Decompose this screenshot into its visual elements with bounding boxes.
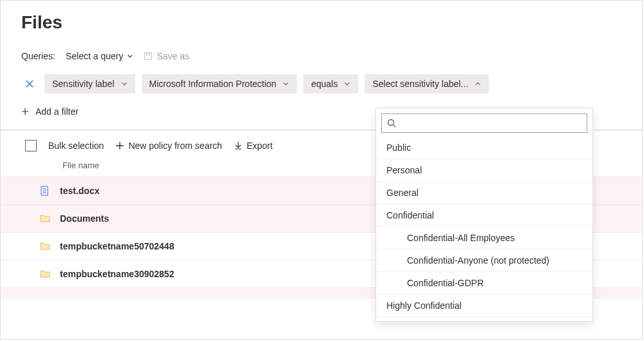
new-policy-button[interactable]: New policy from search xyxy=(115,141,222,151)
dropdown-item-public[interactable]: Public xyxy=(376,137,592,159)
folder-icon xyxy=(39,268,51,280)
close-icon xyxy=(25,79,34,88)
add-filter-label: Add a filter xyxy=(35,106,79,117)
dropdown-item-highly-confidential-all[interactable]: Highly Confidential-All Employees xyxy=(376,317,592,321)
dropdown-item-confidential-gdpr[interactable]: Confidential-GDPR xyxy=(376,272,592,295)
bulk-selection-label: Bulk selection xyxy=(48,141,104,151)
file-name: test.docx xyxy=(60,186,99,196)
save-icon xyxy=(144,52,153,61)
select-query-label: Select a query xyxy=(66,51,124,61)
bulk-selection-button[interactable]: Bulk selection xyxy=(48,141,104,151)
export-button[interactable]: Export xyxy=(234,141,272,151)
folder-icon xyxy=(39,213,51,224)
select-all-checkbox[interactable] xyxy=(25,140,37,151)
svg-point-6 xyxy=(388,120,394,126)
chevron-up-icon xyxy=(475,81,481,87)
dropdown-search-input[interactable] xyxy=(401,117,582,129)
filters-row: Sensitivity label Microsoft Information … xyxy=(21,74,621,93)
plus-icon xyxy=(21,108,29,115)
dropdown-search[interactable] xyxy=(381,113,587,133)
select-query-dropdown[interactable]: Select a query xyxy=(66,51,134,61)
dropdown-item-highly-confidential[interactable]: Highly Confidential xyxy=(376,295,592,317)
chevron-down-icon xyxy=(127,53,133,59)
download-icon xyxy=(234,141,243,150)
export-label: Export xyxy=(247,141,272,151)
chevron-down-icon xyxy=(121,81,128,87)
search-icon xyxy=(387,119,396,128)
svg-rect-0 xyxy=(145,53,152,60)
save-as-button: Save as xyxy=(144,51,189,61)
filter-provider-label: Microsoft Information Protection xyxy=(149,79,277,89)
file-name: tempbucketname30902852 xyxy=(60,269,174,279)
filter-operator-label: equals xyxy=(311,79,337,89)
plus-icon xyxy=(115,141,124,150)
sensitivity-label-dropdown: Public Personal General Confidential Con… xyxy=(375,108,593,322)
filter-field-label: Sensitivity label xyxy=(52,79,115,89)
queries-label: Queries: xyxy=(21,51,55,61)
folder-icon xyxy=(39,240,51,252)
file-name: tempbucketname50702448 xyxy=(60,241,174,251)
dropdown-item-confidential-anyone[interactable]: Confidential-Anyone (not protected) xyxy=(376,249,592,272)
dropdown-item-general[interactable]: General xyxy=(376,182,592,204)
new-policy-label: New policy from search xyxy=(128,141,222,151)
filter-field-pill[interactable]: Sensitivity label xyxy=(44,74,135,93)
chevron-down-icon xyxy=(283,81,289,87)
queries-row: Queries: Select a query Save as xyxy=(21,51,621,61)
filter-value-label: Select sensitivity label... xyxy=(372,79,468,89)
chevron-down-icon xyxy=(344,81,350,87)
filter-operator-pill[interactable]: equals xyxy=(303,74,358,93)
file-name: Documents xyxy=(60,213,109,224)
column-file-name[interactable]: File name xyxy=(62,161,99,170)
filter-value-pill[interactable]: Select sensitivity label... xyxy=(365,74,489,93)
save-as-label: Save as xyxy=(156,51,189,61)
file-docx-icon xyxy=(39,185,51,197)
dropdown-item-confidential-all-employees[interactable]: Confidential-All Employees xyxy=(376,227,592,249)
filter-provider-pill[interactable]: Microsoft Information Protection xyxy=(142,74,298,93)
svg-line-7 xyxy=(393,125,396,128)
dropdown-item-confidential[interactable]: Confidential xyxy=(376,204,592,227)
svg-rect-1 xyxy=(147,53,150,55)
page-title: Files xyxy=(21,12,621,33)
remove-filter-button[interactable] xyxy=(21,75,38,92)
dropdown-item-personal[interactable]: Personal xyxy=(376,159,592,182)
dropdown-list[interactable]: Public Personal General Confidential Con… xyxy=(376,137,592,321)
